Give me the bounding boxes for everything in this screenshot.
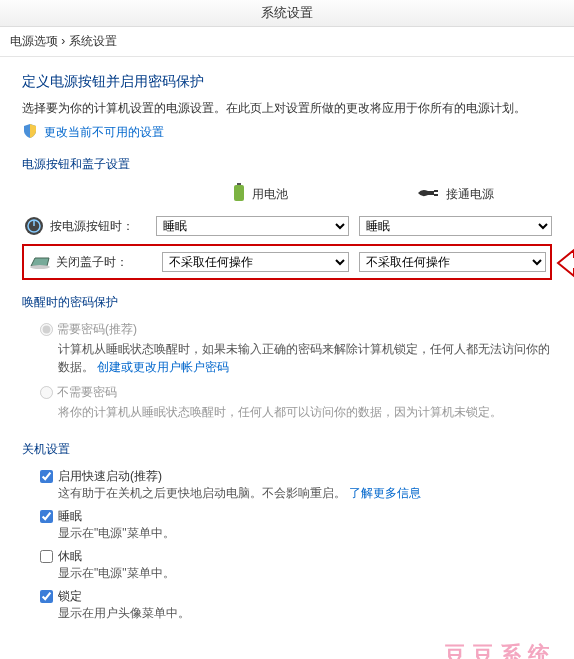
battery-icon	[232, 183, 246, 206]
lock-desc: 显示在用户头像菜单中。	[58, 605, 552, 622]
section-shutdown: 关机设置	[22, 441, 552, 458]
section-power-button: 电源按钮和盖子设置	[22, 156, 552, 173]
col-battery-label: 用电池	[252, 186, 288, 203]
page-heading: 定义电源按钮并启用密码保护	[22, 73, 552, 91]
breadcrumb-item[interactable]: 电源选项	[10, 34, 58, 48]
power-button-label: 按电源按钮时：	[46, 218, 156, 235]
shield-icon	[22, 123, 38, 142]
require-password-radio	[40, 323, 53, 336]
no-password-desc: 将你的计算机从睡眠状态唤醒时，任何人都可以访问你的数据，因为计算机未锁定。	[58, 403, 552, 421]
svg-rect-2	[434, 190, 438, 192]
lid-plugged-select[interactable]: 不采取任何操作	[359, 252, 546, 272]
lid-label: 关闭盖子时：	[52, 254, 162, 271]
fast-startup-checkbox[interactable]	[40, 470, 53, 483]
fast-startup-desc: 这有助于在关机之后更快地启动电脑。不会影响重启。 了解更多信息	[58, 485, 552, 502]
power-button-icon	[22, 216, 46, 236]
sleep-desc: 显示在"电源"菜单中。	[58, 525, 552, 542]
highlight-lid-row: 关闭盖子时： 不采取任何操作 不采取任何操作	[22, 244, 552, 280]
fast-startup-label: 启用快速启动(推荐)	[58, 468, 162, 485]
lock-label: 锁定	[58, 588, 82, 605]
svg-point-7	[30, 265, 50, 269]
no-password-radio	[40, 386, 53, 399]
hibernate-desc: 显示在"电源"菜单中。	[58, 565, 552, 582]
section-password: 唤醒时的密码保护	[22, 294, 552, 311]
plug-icon	[416, 186, 440, 203]
lid-battery-select[interactable]: 不采取任何操作	[162, 252, 349, 272]
svg-rect-0	[237, 183, 241, 185]
create-password-link[interactable]: 创建或更改用户帐户密码	[97, 360, 229, 374]
svg-rect-1	[234, 185, 244, 201]
svg-rect-3	[434, 194, 438, 196]
watermark: 豆豆系统 www.doudouxitong.net	[0, 632, 574, 659]
window-title: 系统设置	[0, 0, 574, 27]
power-button-plugged-select[interactable]: 睡眠	[359, 216, 552, 236]
col-plugged-label: 接通电源	[446, 186, 494, 203]
hibernate-label: 休眠	[58, 548, 82, 565]
sleep-checkbox[interactable]	[40, 510, 53, 523]
breadcrumb-item: 系统设置	[69, 34, 117, 48]
require-password-desc: 计算机从睡眠状态唤醒时，如果未输入正确的密码来解除计算机锁定，任何人都无法访问你…	[58, 340, 552, 376]
learn-more-link[interactable]: 了解更多信息	[349, 486, 421, 500]
page-description: 选择要为你的计算机设置的电源设置。在此页上对设置所做的更改将应用于你所有的电源计…	[22, 99, 552, 117]
watermark-cn: 豆豆系统	[0, 640, 556, 659]
require-password-label: 需要密码(推荐)	[57, 321, 137, 338]
power-button-battery-select[interactable]: 睡眠	[156, 216, 349, 236]
lid-icon	[28, 254, 52, 270]
sleep-label: 睡眠	[58, 508, 82, 525]
lock-checkbox[interactable]	[40, 590, 53, 603]
breadcrumb-separator: ›	[61, 34, 68, 48]
annotation-arrow-icon	[556, 248, 574, 281]
no-password-label: 不需要密码	[57, 384, 117, 401]
breadcrumb: 电源选项 › 系统设置	[0, 27, 574, 57]
change-settings-link[interactable]: 更改当前不可用的设置	[44, 124, 164, 141]
hibernate-checkbox[interactable]	[40, 550, 53, 563]
